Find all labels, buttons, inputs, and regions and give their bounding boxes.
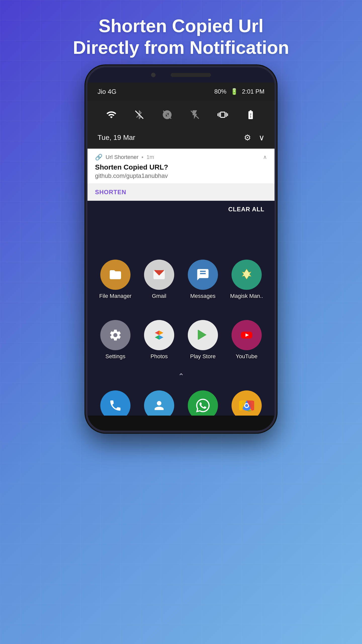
whatsapp-svg bbox=[196, 399, 210, 412]
wifi-toggle[interactable] bbox=[103, 107, 119, 123]
date-display: Tue, 19 Mar bbox=[98, 134, 135, 142]
flashlight-icon bbox=[190, 109, 200, 120]
app-chrome[interactable]: Chrome bbox=[229, 390, 264, 416]
whatsapp-icon bbox=[188, 390, 218, 416]
clear-all-button[interactable]: CLEAR ALL bbox=[228, 206, 264, 213]
gmail-icon bbox=[144, 260, 174, 290]
date-row: Tue, 19 Mar ⚙ ∨ bbox=[87, 129, 275, 149]
phone-speaker bbox=[171, 73, 211, 77]
app-file-manager[interactable]: File Manager bbox=[98, 260, 133, 299]
magisk-icon bbox=[232, 260, 262, 290]
app-grid-row1: File Manager Gmail bbox=[87, 254, 275, 305]
phone-body: Jio 4G 80% 🔋 2:01 PM bbox=[85, 65, 277, 433]
phone-svg bbox=[109, 399, 122, 412]
notif-title: Shorten Copied URL? bbox=[95, 163, 267, 171]
phone-bottom-bar bbox=[87, 416, 275, 431]
gmail-svg bbox=[152, 268, 166, 281]
notification-action-bar: SHORTEN bbox=[87, 184, 275, 201]
app-phone[interactable]: Phone bbox=[98, 390, 133, 416]
magisk-svg bbox=[240, 268, 253, 281]
photos-icon bbox=[144, 320, 174, 350]
notif-separator: • bbox=[142, 154, 144, 160]
settings-app-icon bbox=[100, 320, 130, 350]
magisk-label: Magisk Man.. bbox=[230, 293, 263, 299]
settings-svg bbox=[109, 328, 122, 342]
messages-icon bbox=[188, 260, 218, 290]
messages-label: Messages bbox=[190, 293, 215, 299]
contacts-svg bbox=[152, 399, 166, 412]
up-arrow-icon: ⌃ bbox=[178, 372, 184, 381]
app-playstore[interactable]: Play Store bbox=[185, 320, 221, 360]
contacts-icon bbox=[144, 390, 174, 416]
page-title: Shorten Copied Url Directly from Notific… bbox=[0, 15, 362, 59]
app-gmail[interactable]: Gmail bbox=[141, 260, 177, 299]
vibrate-icon bbox=[217, 109, 228, 120]
app-whatsapp[interactable]: WhatsApp bbox=[185, 390, 221, 416]
notification-header: 🔗 Url Shortener • 1m ∧ bbox=[87, 149, 275, 163]
app-contacts[interactable]: Contacts bbox=[141, 390, 177, 416]
youtube-label: YouTube bbox=[236, 353, 257, 360]
settings-app-label: Settings bbox=[105, 353, 125, 360]
dnd-icon bbox=[162, 109, 172, 120]
app-grid-row2: Settings Photos bbox=[87, 314, 275, 366]
chrome-icon bbox=[232, 390, 262, 416]
youtube-icon bbox=[232, 320, 262, 350]
notif-app-icon: 🔗 bbox=[95, 154, 103, 161]
clear-all-row: CLEAR ALL bbox=[87, 201, 275, 218]
app-settings[interactable]: Settings bbox=[98, 320, 133, 360]
playstore-svg bbox=[196, 328, 210, 342]
wifi-icon bbox=[106, 109, 117, 120]
date-actions: ⚙ ∨ bbox=[244, 133, 264, 142]
gmail-label: Gmail bbox=[152, 293, 166, 299]
bluetooth-toggle[interactable] bbox=[131, 107, 147, 123]
expand-icon[interactable]: ∨ bbox=[259, 133, 264, 142]
dnd-toggle[interactable] bbox=[159, 107, 175, 123]
phone-screen: Jio 4G 80% 🔋 2:01 PM bbox=[87, 83, 275, 416]
flashlight-toggle[interactable] bbox=[187, 107, 203, 123]
battery-saver-icon bbox=[245, 109, 256, 120]
status-bar: Jio 4G 80% 🔋 2:01 PM bbox=[87, 83, 275, 101]
notification-overlay: Jio 4G 80% 🔋 2:01 PM bbox=[87, 83, 275, 218]
notif-time: 1m bbox=[147, 154, 154, 160]
photos-svg bbox=[152, 328, 167, 343]
notif-collapse-icon[interactable]: ∧ bbox=[263, 154, 267, 160]
chrome-svg bbox=[239, 398, 254, 413]
bottom-dock: Phone Contacts WhatsApp bbox=[87, 384, 275, 416]
settings-icon[interactable]: ⚙ bbox=[244, 133, 251, 142]
notification-card: 🔗 Url Shortener • 1m ∧ Shorten Copied UR… bbox=[87, 149, 275, 201]
playstore-icon bbox=[188, 320, 218, 350]
quick-settings-panel bbox=[87, 101, 275, 129]
phone-top-bar bbox=[87, 67, 275, 83]
shorten-button[interactable]: SHORTEN bbox=[95, 189, 126, 195]
camera-lens bbox=[151, 73, 156, 77]
vibrate-toggle[interactable] bbox=[215, 107, 231, 123]
folder-svg bbox=[109, 268, 122, 281]
file-manager-label: File Manager bbox=[99, 293, 131, 299]
messages-svg bbox=[196, 268, 210, 281]
photos-label: Photos bbox=[151, 353, 168, 360]
app-photos[interactable]: Photos bbox=[141, 320, 177, 360]
app-messages[interactable]: Messages bbox=[185, 260, 221, 299]
playstore-label: Play Store bbox=[190, 353, 216, 360]
notif-app-name: Url Shortener bbox=[106, 154, 139, 160]
dock-arrow[interactable]: ⌃ bbox=[87, 369, 275, 385]
bluetooth-icon bbox=[134, 109, 145, 120]
notif-url: github.com/gupta1anubhav bbox=[95, 172, 267, 179]
phone-app-icon bbox=[100, 390, 130, 416]
battery-saver-toggle[interactable] bbox=[243, 107, 259, 123]
svg-point-8 bbox=[245, 404, 248, 407]
file-manager-icon bbox=[100, 260, 130, 290]
status-bar-right: 80% 🔋 2:01 PM bbox=[214, 88, 264, 95]
battery-icon: 🔋 bbox=[231, 88, 238, 95]
app-youtube[interactable]: YouTube bbox=[229, 320, 264, 360]
youtube-svg bbox=[240, 328, 253, 342]
phone-mockup: Jio 4G 80% 🔋 2:01 PM bbox=[85, 65, 277, 433]
carrier-text: Jio 4G bbox=[98, 88, 116, 96]
battery-pct: 80% bbox=[214, 88, 227, 95]
notification-body: Shorten Copied URL? github.com/gupta1anu… bbox=[87, 163, 275, 183]
time-display: 2:01 PM bbox=[242, 88, 264, 95]
app-magisk[interactable]: Magisk Man.. bbox=[229, 260, 264, 299]
